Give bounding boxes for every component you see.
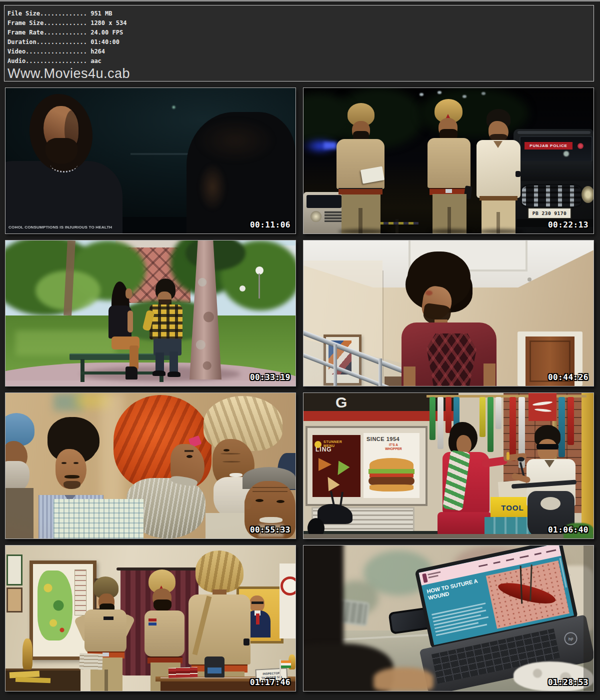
woman-face	[126, 288, 132, 298]
suv-grille	[520, 184, 582, 208]
timestamp: 00:55:33	[250, 525, 290, 534]
ambedkar-glasses	[252, 602, 264, 604]
turban-folds	[196, 550, 244, 592]
officer3-watch	[244, 638, 250, 646]
officer1-leg-gap	[104, 670, 108, 691]
sachet-strip	[568, 397, 574, 445]
woman-arm	[128, 310, 133, 332]
burger-bun-bottom	[370, 484, 414, 492]
press-machine-blue	[208, 668, 222, 674]
police-night-scene: PUNJAB POLICE PB 230 9170	[304, 88, 594, 234]
interior-stairs-scene	[304, 240, 594, 386]
stunner-line1: STUNNER	[324, 440, 358, 444]
whopper-line1: IT'S A	[378, 443, 408, 447]
man-leg	[170, 352, 178, 372]
woman-leg	[130, 346, 138, 370]
page-top-strip	[0, 0, 600, 2]
officer2-ribbon	[148, 622, 156, 626]
suv-bonnet	[518, 161, 592, 181]
india-flag	[281, 660, 291, 668]
health-warning-text: COHOL CONSUMPTIONS IS INJURIOUS TO HEALT…	[8, 225, 112, 230]
light-glow	[172, 105, 176, 110]
suv-headlight	[582, 186, 594, 203]
stair-rail-post	[334, 344, 337, 386]
yellow-pillar	[582, 393, 594, 538]
police-office-scene: INSPECTOR TAJINDER SIN	[6, 546, 296, 691]
site-watermark: Www.Movies4u.cab	[8, 66, 588, 81]
man-shoe	[152, 370, 166, 376]
grilling-sign-since: SINCE 1954	[366, 436, 400, 442]
timestamp: 00:33:19	[250, 372, 290, 382]
map-patches	[38, 570, 72, 640]
police-beacon-core	[324, 142, 336, 149]
screenshot-interior-stairs-scene: 00:44:26	[303, 240, 594, 386]
legend-rows	[75, 570, 86, 615]
emblem-poster	[280, 564, 296, 638]
screenshot-street-market-scene: G STUNNER MENU LING SINCE 1954 IT'S A WH…	[303, 392, 594, 539]
officer1-buckle	[102, 652, 109, 656]
civilian-shirt	[476, 140, 520, 198]
officer2-buckle	[446, 189, 452, 193]
info-video: Video................. h264	[8, 47, 588, 56]
police-emblem-ring	[280, 576, 296, 596]
info-audio: Audio................. aac	[8, 56, 588, 66]
ground-shadow	[478, 229, 524, 234]
silhouette-beard-rim	[198, 163, 226, 211]
officer3-shirt	[188, 594, 250, 664]
bench-leg	[80, 359, 84, 382]
grille-bands	[522, 186, 581, 206]
scooter-man-face	[538, 439, 558, 461]
street-light	[482, 92, 486, 95]
jeep-headlight	[310, 211, 322, 222]
screenshot-police-night-scene: PUNJAB POLICE PB 230 9170	[303, 88, 594, 234]
civilian-watch	[516, 171, 520, 177]
person-hand	[374, 668, 434, 691]
timestamp: 00:44:26	[548, 372, 588, 382]
suv-roof-rail	[518, 131, 590, 134]
barrier-tape-pole	[396, 219, 398, 234]
license-plate: PB 230 9170	[528, 208, 572, 219]
lamp-pole	[258, 274, 260, 298]
cola-crate	[528, 393, 556, 421]
sachet-strip	[510, 397, 516, 461]
cola-script-swash	[534, 408, 552, 412]
sachet-strip	[488, 397, 494, 452]
sunglasses	[536, 444, 558, 450]
brass-trophy	[22, 638, 32, 670]
crowd-scene	[6, 393, 296, 538]
village-map-land	[38, 570, 72, 640]
man-shoe	[168, 372, 180, 377]
info-file-size: File Size............. 951 MB	[8, 9, 588, 18]
bar-scene: COHOL CONSUMPTIONS IS INJURIOUS TO HEALT…	[6, 88, 296, 234]
officer1-belt	[338, 188, 382, 194]
bangles	[506, 452, 510, 460]
info-frame-rate: Frame Rate............ 24.00 FPS	[8, 28, 588, 38]
screenshot-laptop-scene: HOW TO SUTURE A WOUND	[303, 545, 594, 692]
sachet-strip	[438, 397, 444, 449]
ground-shadow	[338, 229, 388, 234]
officer3-turban	[196, 550, 244, 592]
scooter-headlamp	[540, 497, 560, 510]
ambedkar-tie	[256, 614, 260, 624]
timestamp: 00:11:06	[250, 220, 290, 230]
screenshot-police-office-scene: INSPECTOR TAJINDER SIN 01:17:46	[5, 545, 296, 692]
officer1-name-badge	[104, 616, 114, 620]
whopper-line2: WHOPPER	[378, 447, 408, 451]
sachet-strip	[496, 397, 502, 429]
jeep-windshield	[306, 195, 342, 208]
necklace	[50, 157, 78, 172]
lawn-light-patch	[16, 330, 116, 356]
man-arm	[484, 364, 496, 386]
barrier-tape	[378, 222, 418, 224]
ambedkar-face	[250, 596, 264, 612]
street-light	[462, 95, 466, 98]
stair-rail-post	[378, 358, 382, 386]
street-market-scene: G STUNNER MENU LING SINCE 1954 IT'S A WH…	[304, 393, 594, 538]
scooter-mirror-head	[518, 457, 524, 462]
certificate-frame	[6, 588, 22, 612]
officer2-shirt	[144, 610, 184, 656]
ceiling-downlight	[528, 278, 532, 282]
media-info-panel: File Size............. 951 MB Frame Size…	[4, 5, 594, 82]
warm-vignette	[6, 393, 296, 538]
street-light	[420, 93, 424, 96]
